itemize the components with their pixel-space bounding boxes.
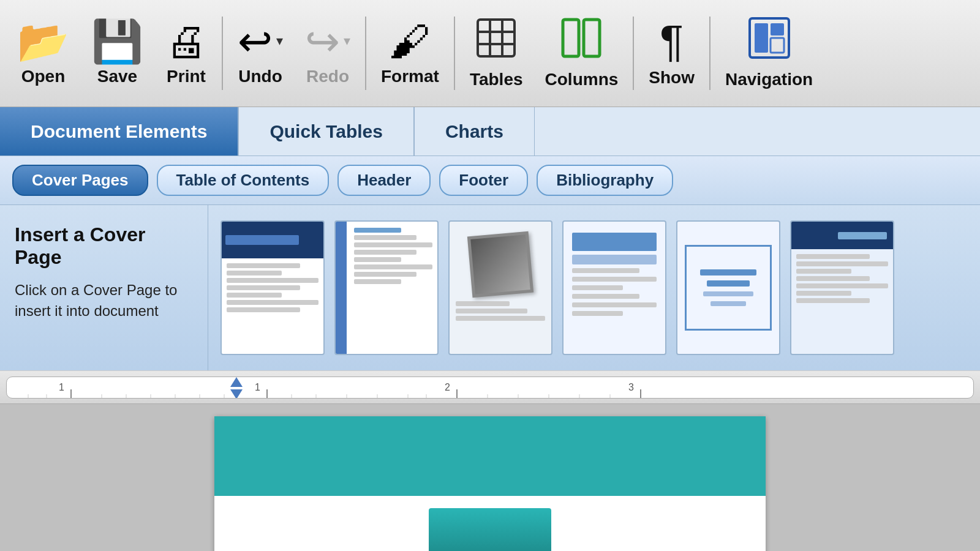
cover-page-thumbnail-5[interactable] (676, 220, 780, 355)
columns-icon (560, 17, 602, 65)
svg-text:3: 3 (628, 382, 634, 392)
svg-rect-5 (563, 20, 579, 56)
open-button[interactable]: 📂 Open (6, 0, 80, 107)
document-area (0, 404, 980, 551)
format-label: Format (381, 67, 439, 86)
thumb-2-side-bar (336, 222, 347, 354)
tab-cover-pages[interactable]: Cover Pages (12, 165, 148, 196)
svg-text:1: 1 (59, 382, 64, 392)
redo-arrow-icon: ▾ (344, 33, 350, 49)
thumb-4-subheader (572, 255, 657, 264)
redo-label: Redo (306, 67, 349, 86)
ruler-track: 1 1 2 3 (6, 377, 974, 399)
cover-page-thumbnail-3[interactable] (448, 220, 552, 355)
show-icon: ¶ (660, 19, 684, 63)
svg-rect-8 (755, 23, 768, 53)
left-panel-desc: Click on a Cover Page to insert it into … (15, 280, 193, 321)
document-page (214, 416, 766, 551)
format-icon: 🖌 (389, 20, 431, 62)
ruler-slider-top (230, 377, 243, 387)
show-label: Show (649, 68, 695, 88)
ruler: 1 1 2 3 (0, 370, 980, 404)
divider-3 (454, 17, 455, 90)
svg-rect-0 (478, 20, 514, 56)
left-panel-title: Insert a Cover Page (15, 223, 193, 269)
content-strip: Insert a Cover Page Click on a Cover Pag… (0, 205, 980, 370)
navigation-label: Navigation (725, 70, 813, 89)
divider-1 (222, 17, 223, 90)
page-teal-header (214, 416, 766, 496)
save-icon: 💾 (91, 20, 143, 62)
svg-rect-6 (584, 20, 600, 56)
print-button[interactable]: 🖨 Print (154, 0, 218, 107)
columns-label: Columns (545, 70, 619, 89)
thumb-1-header (222, 222, 323, 258)
redo-button[interactable]: ↪ ▾ Redo (294, 0, 361, 107)
print-label: Print (167, 67, 206, 86)
tables-label: Tables (470, 70, 523, 89)
main-toolbar: 📂 Open 💾 Save 🖨 Print ↩ ▾ Undo ↪ ▾ Redo … (0, 0, 980, 107)
navigation-icon (748, 17, 790, 65)
save-label: Save (97, 67, 137, 86)
ribbon-tabs-bar: Document Elements Quick Tables Charts (0, 107, 980, 156)
svg-rect-10 (771, 38, 784, 53)
tab-charts[interactable]: Charts (414, 107, 535, 156)
print-icon: 🖨 (165, 20, 207, 62)
divider-5 (709, 17, 710, 90)
columns-button[interactable]: Columns (534, 0, 630, 107)
undo-icon: ↩ (238, 20, 273, 62)
thumb-5-box (685, 245, 772, 331)
ruler-slider-bottom (230, 389, 243, 398)
tab-footer[interactable]: Footer (439, 165, 528, 196)
thumb-6-header (791, 222, 893, 249)
cover-page-thumbnail-2[interactable] (334, 220, 439, 355)
cover-page-thumbnail-4[interactable] (562, 220, 666, 355)
tab-bibliography[interactable]: Bibliography (537, 165, 673, 196)
tab-header[interactable]: Header (337, 165, 431, 196)
cover-page-thumbnail-1[interactable] (221, 220, 325, 355)
undo-arrow-icon: ▾ (276, 33, 283, 49)
page-person-image (429, 508, 551, 551)
show-button[interactable]: ¶ Show (638, 0, 706, 107)
svg-text:2: 2 (445, 382, 450, 392)
redo-icon-row: ↪ ▾ (305, 20, 350, 62)
tab-document-elements[interactable]: Document Elements (0, 107, 238, 156)
thumb-4-header (572, 233, 657, 251)
redo-icon: ↪ (305, 20, 340, 62)
undo-label: Undo (238, 67, 282, 86)
navigation-button[interactable]: Navigation (714, 0, 824, 107)
divider-4 (633, 17, 634, 90)
ruler-svg: 1 1 2 3 (10, 377, 970, 398)
svg-text:1: 1 (255, 382, 260, 392)
thumb-1-body (222, 258, 323, 354)
tables-icon (475, 17, 517, 65)
save-button[interactable]: 💾 Save (80, 0, 154, 107)
thumb-1-bar (225, 235, 299, 245)
tab-table-of-contents[interactable]: Table of Contents (157, 165, 330, 196)
undo-button[interactable]: ↩ ▾ Undo (227, 0, 294, 107)
tables-button[interactable]: Tables (459, 0, 534, 107)
section-tabs-bar: Cover Pages Table of Contents Header Foo… (0, 156, 980, 205)
open-icon: 📂 (17, 20, 69, 62)
tab-quick-tables[interactable]: Quick Tables (238, 107, 414, 156)
open-label: Open (21, 67, 66, 86)
page-content-area (214, 496, 766, 551)
cover-page-thumbnails (208, 205, 980, 370)
thumb-3-image (467, 231, 533, 298)
format-button[interactable]: 🖌 Format (370, 0, 450, 107)
undo-icon-row: ↩ ▾ (238, 20, 283, 62)
svg-rect-9 (771, 23, 784, 36)
cover-page-thumbnail-6[interactable] (790, 220, 894, 355)
divider-2 (365, 17, 366, 90)
left-panel: Insert a Cover Page Click on a Cover Pag… (0, 205, 208, 370)
